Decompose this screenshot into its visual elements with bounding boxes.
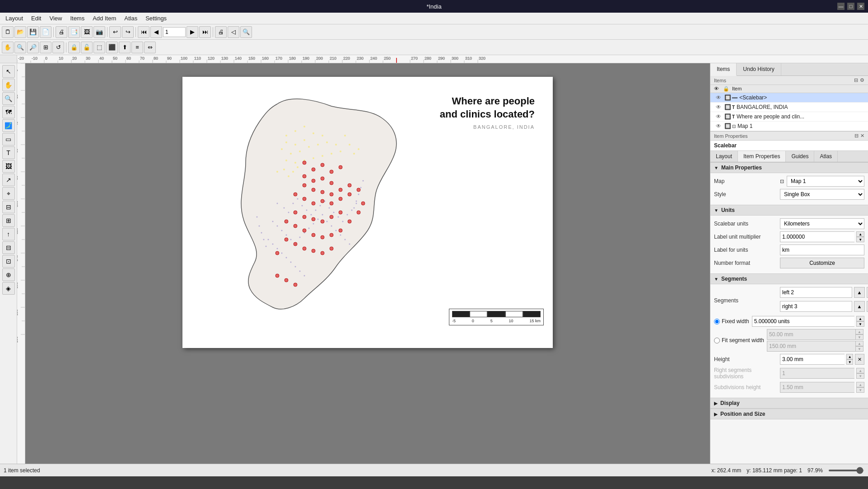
- height-clear[interactable]: ✕: [855, 354, 864, 365]
- sec-tab-item-properties[interactable]: Item Properties: [738, 151, 786, 162]
- add-shape-tool[interactable]: ▭: [2, 133, 15, 146]
- tab-items[interactable]: Items: [710, 63, 737, 76]
- section-main-properties-header[interactable]: ▼ Main Properties: [710, 162, 868, 173]
- print2-button[interactable]: 🖨: [215, 26, 227, 38]
- label-unit-mult-up[interactable]: ▲: [856, 231, 864, 237]
- sec-tab-atlas[interactable]: Atlas: [814, 151, 838, 162]
- props-settings-icon[interactable]: ✕: [860, 133, 864, 139]
- lock-items-button[interactable]: 🔒: [68, 42, 80, 53]
- atlas-prev-button[interactable]: ◁: [228, 26, 239, 38]
- menu-settings[interactable]: Settings: [142, 14, 170, 23]
- nav-last-button[interactable]: ⏭: [199, 26, 211, 38]
- minimize-button[interactable]: —: [837, 3, 845, 10]
- add-3dmap-tool[interactable]: 🗾: [2, 119, 15, 132]
- move-content-tool[interactable]: ⊕: [2, 268, 15, 281]
- resize-button[interactable]: ⇔: [144, 42, 156, 53]
- add-html-frame-tool[interactable]: ⊡: [2, 255, 15, 268]
- redo-button[interactable]: ↪: [122, 26, 134, 38]
- label-for-units-input[interactable]: [780, 244, 864, 255]
- add-north-arrow-tool[interactable]: ↑: [2, 228, 15, 240]
- new-layout-button[interactable]: 🗒: [2, 26, 14, 38]
- section-units-header[interactable]: ▼ Units: [710, 205, 868, 216]
- canvas-area[interactable]: Where are people and clinics located? BA…: [25, 63, 710, 464]
- seg-right-input[interactable]: [780, 301, 852, 312]
- select-all-button[interactable]: ⬚: [93, 42, 105, 53]
- move-up-button[interactable]: ⬆: [119, 42, 131, 53]
- nav-next-button[interactable]: ▶: [187, 26, 198, 38]
- page-input[interactable]: [163, 27, 186, 37]
- refresh-button[interactable]: ↺: [52, 42, 64, 53]
- save-button[interactable]: 💾: [27, 26, 39, 38]
- export-pdf-button[interactable]: 📑: [68, 26, 80, 38]
- item-row-scalebar[interactable]: 👁 🔲 ━━ <Scalebar>: [710, 93, 868, 103]
- add-attribute-table-tool[interactable]: ⊟: [2, 241, 15, 254]
- label-unit-mult-input[interactable]: [780, 231, 854, 242]
- zoom-slider[interactable]: [828, 470, 864, 471]
- menu-view[interactable]: View: [46, 14, 65, 23]
- visibility-where-clinics[interactable]: 👁: [714, 113, 723, 120]
- visibility-scalebar[interactable]: 👁: [714, 94, 723, 101]
- height-input[interactable]: [780, 354, 845, 365]
- height-up[interactable]: ▲: [846, 354, 853, 359]
- zoom-out-button[interactable]: 🔎: [27, 42, 39, 53]
- menu-add-item[interactable]: Add Item: [89, 14, 120, 23]
- zoom-preview-button[interactable]: 🔍: [240, 26, 252, 38]
- section-display-header[interactable]: ▶ Display: [710, 398, 868, 409]
- open-button[interactable]: 📂: [14, 26, 26, 38]
- undo-button[interactable]: ↩: [109, 26, 121, 38]
- maximize-button[interactable]: □: [847, 3, 854, 10]
- export-svg-button[interactable]: 🖼: [81, 26, 93, 38]
- section-segments-header[interactable]: ▼ Segments: [710, 273, 868, 284]
- close-button[interactable]: ✕: [857, 3, 864, 10]
- zoom-full-button[interactable]: ⊞: [40, 42, 51, 53]
- align-button[interactable]: ≡: [131, 42, 143, 53]
- sec-tab-layout[interactable]: Layout: [710, 151, 738, 162]
- item-row-map1[interactable]: 👁 🔲 ⊡ Map 1: [710, 122, 868, 131]
- lock-map1[interactable]: 🔲: [723, 123, 732, 129]
- unlock-items-button[interactable]: 🔓: [81, 42, 93, 53]
- add-image-tool[interactable]: 🖼: [2, 160, 15, 173]
- fit-segment-radio[interactable]: [714, 338, 720, 343]
- label-unit-mult-down[interactable]: ▼: [856, 237, 864, 242]
- menu-atlas[interactable]: Atlas: [121, 14, 141, 23]
- zoom-tool[interactable]: 🔍: [2, 92, 15, 105]
- lock-where-clinics[interactable]: 🔲: [723, 113, 732, 120]
- section-position-size-header[interactable]: ▶ Position and Size: [710, 409, 868, 419]
- pan-button[interactable]: ✋: [2, 42, 14, 53]
- item-row-where-clinics[interactable]: 👁 🔲 T Where are people and clin...: [710, 112, 868, 122]
- zoom-in-button[interactable]: 🔍: [14, 42, 26, 53]
- seg-right-up[interactable]: ▲: [854, 301, 865, 312]
- print-button[interactable]: 🖨: [56, 26, 67, 38]
- save-as-button[interactable]: 📄: [40, 26, 51, 38]
- fixed-width-up[interactable]: ▲: [856, 316, 864, 321]
- sec-tab-guides[interactable]: Guides: [786, 151, 814, 162]
- tab-undo-history[interactable]: Undo History: [737, 63, 781, 75]
- select-tool[interactable]: ↖: [2, 65, 15, 78]
- fixed-width-down[interactable]: ▼: [856, 321, 864, 327]
- items-filter-icon[interactable]: ⊟: [854, 77, 858, 83]
- fixed-width-input[interactable]: [752, 316, 854, 327]
- lock-bangalore[interactable]: 🔲: [723, 104, 732, 110]
- add-arrow-tool[interactable]: ↗: [2, 174, 15, 186]
- seg-left-input[interactable]: [780, 287, 852, 298]
- add-scalebar-tool[interactable]: ⊟: [2, 201, 15, 213]
- add-legend-tool[interactable]: ⊞: [2, 214, 15, 227]
- visibility-bangalore[interactable]: 👁: [714, 104, 723, 110]
- scalebar-units-select[interactable]: Kilometers Miles Meters: [780, 218, 864, 229]
- item-row-bangalore[interactable]: 👁 🔲 T BANGALORE, INDIA: [710, 103, 868, 112]
- props-collapse-icon[interactable]: ⊟: [854, 133, 859, 139]
- map-select[interactable]: Map 1: [787, 176, 864, 187]
- add-map-tool[interactable]: 🗺: [2, 106, 15, 118]
- nav-first-button[interactable]: ⏮: [138, 26, 149, 38]
- customize-button[interactable]: Customize: [780, 258, 864, 268]
- export-img-button[interactable]: 📷: [93, 26, 105, 38]
- items-settings-icon[interactable]: ⚙: [860, 77, 864, 83]
- fixed-width-radio[interactable]: [714, 319, 720, 324]
- seg-left-up[interactable]: ▲: [854, 287, 865, 298]
- pan-tool[interactable]: ✋: [2, 79, 15, 91]
- menu-edit[interactable]: Edit: [28, 14, 45, 23]
- height-down[interactable]: ▼: [846, 359, 853, 365]
- nav-prev-button[interactable]: ◀: [150, 26, 162, 38]
- add-text-tool[interactable]: T: [2, 146, 15, 159]
- style-select[interactable]: Single Box: [780, 189, 864, 200]
